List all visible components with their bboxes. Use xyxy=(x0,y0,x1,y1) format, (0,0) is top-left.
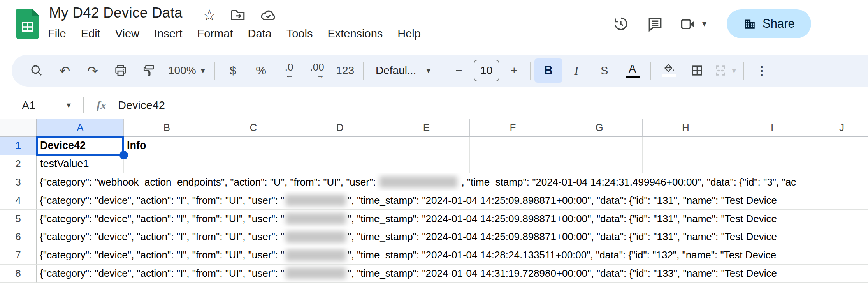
cell-a1-selected[interactable]: Device42 xyxy=(37,137,124,155)
decrease-decimal-button[interactable]: .0 ← xyxy=(275,58,303,83)
cell-f2[interactable] xyxy=(470,155,556,173)
menu-help[interactable]: Help xyxy=(390,24,428,43)
redacted-user-value xyxy=(286,195,346,206)
row-header-7[interactable]: 7 xyxy=(0,246,37,265)
cell-a4-overflow[interactable]: {"category": "device", "action": "I", "f… xyxy=(37,191,868,210)
cell-c1[interactable] xyxy=(210,137,297,155)
cell-d2[interactable] xyxy=(297,155,383,173)
decrease-decimal-icon: .0 ← xyxy=(285,62,293,79)
cell-b2[interactable] xyxy=(124,155,210,173)
cell-a6-overflow[interactable]: {"category": "device", "action": "I", "f… xyxy=(37,228,868,246)
column-header-b[interactable]: B xyxy=(124,119,210,137)
column-header-c[interactable]: C xyxy=(210,119,297,137)
cell-d1[interactable] xyxy=(297,137,383,155)
cell-g2[interactable] xyxy=(556,155,643,173)
cell-h1[interactable] xyxy=(643,137,729,155)
cell-j2[interactable] xyxy=(815,155,868,173)
column-header-g[interactable]: G xyxy=(556,119,643,137)
cell-g1[interactable] xyxy=(556,137,643,155)
row-header-2[interactable]: 2 xyxy=(0,155,37,173)
column-header-j[interactable]: J xyxy=(815,119,868,137)
row-header-8[interactable]: 8 xyxy=(0,265,37,283)
menu-extensions[interactable]: Extensions xyxy=(320,24,390,43)
borders-button[interactable] xyxy=(683,58,711,83)
version-history-icon[interactable] xyxy=(607,10,634,37)
cloud-saved-icon[interactable] xyxy=(259,7,277,23)
row-header-4[interactable]: 4 xyxy=(0,191,37,210)
zoom-select[interactable]: 100% ▾ xyxy=(163,58,211,83)
video-camera-icon[interactable] xyxy=(679,15,697,32)
menu-insert[interactable]: Insert xyxy=(147,24,190,43)
more-toolbar-options-button[interactable]: ⋮ xyxy=(748,58,776,83)
active-cell-reference: A1 xyxy=(22,99,35,112)
format-currency-button[interactable]: $ xyxy=(219,58,247,83)
share-button[interactable]: Share xyxy=(727,9,811,38)
bold-button-active[interactable]: B xyxy=(534,58,562,83)
italic-button[interactable]: I xyxy=(562,58,590,83)
cell-b1[interactable]: Info xyxy=(124,137,210,155)
undo-icon[interactable]: ↶ xyxy=(51,58,79,83)
menu-data[interactable]: Data xyxy=(240,24,279,43)
merge-caret-icon: ▾ xyxy=(732,66,736,75)
cell-a3-overflow[interactable]: {"category": "webhook_action_endpoints",… xyxy=(37,173,868,192)
redo-icon[interactable]: ↷ xyxy=(79,58,107,83)
font-size-input[interactable]: 10 xyxy=(474,60,499,81)
formula-input[interactable]: Device42 xyxy=(118,99,165,112)
document-title[interactable]: My D42 Device Data xyxy=(49,5,183,21)
toolbar-divider xyxy=(650,62,651,80)
cell-h2[interactable] xyxy=(643,155,729,173)
paint-format-icon[interactable] xyxy=(135,58,163,83)
column-header-h[interactable]: H xyxy=(643,119,729,137)
toolbar-divider xyxy=(214,62,215,80)
fill-color-button[interactable] xyxy=(655,58,683,83)
text-color-button[interactable]: A xyxy=(618,58,647,83)
star-icon[interactable]: ☆ xyxy=(202,7,216,23)
comments-icon[interactable] xyxy=(641,10,669,37)
column-header-a[interactable]: A xyxy=(37,119,124,137)
search-icon[interactable] xyxy=(23,58,51,83)
menu-file[interactable]: File xyxy=(40,24,74,43)
table-row: 2 testValue1 xyxy=(0,155,868,173)
table-row: 1 Device42 Info xyxy=(0,137,868,155)
cell-a7-overflow[interactable]: {"category": "device", "action": "I", "f… xyxy=(37,246,868,265)
cell-a2[interactable]: testValue1 xyxy=(37,155,124,173)
column-header-f[interactable]: F xyxy=(470,119,556,137)
increase-decimal-button[interactable]: .00 → xyxy=(303,58,331,83)
menu-view[interactable]: View xyxy=(108,24,147,43)
name-box[interactable]: A1 ▾ xyxy=(0,99,76,112)
merge-cells-button[interactable]: ▾ xyxy=(711,58,739,83)
strikethrough-button[interactable]: S xyxy=(590,58,618,83)
increase-font-size-button[interactable]: + xyxy=(503,58,526,83)
fill-handle[interactable] xyxy=(119,151,128,159)
meet-dropdown-caret-icon[interactable]: ▾ xyxy=(702,19,706,28)
cell-e2[interactable] xyxy=(383,155,470,173)
more-formats-button[interactable]: 123 xyxy=(331,58,359,83)
fill-color-swatch xyxy=(662,74,676,77)
cell-j1[interactable] xyxy=(815,137,868,155)
menu-edit[interactable]: Edit xyxy=(74,24,108,43)
decrease-font-size-button[interactable]: − xyxy=(447,58,471,83)
menu-format[interactable]: Format xyxy=(190,24,241,43)
sheets-logo-icon[interactable] xyxy=(16,9,39,39)
column-header-e[interactable]: E xyxy=(383,119,470,137)
cell-f1[interactable] xyxy=(470,137,556,155)
move-folder-icon[interactable] xyxy=(230,7,246,23)
format-percent-button[interactable]: % xyxy=(247,58,275,83)
row-header-3[interactable]: 3 xyxy=(0,173,37,192)
cell-a5-overflow[interactable]: {"category": "device", "action": "I", "f… xyxy=(37,210,868,228)
row-header-5[interactable]: 5 xyxy=(0,210,37,228)
row-header-6[interactable]: 6 xyxy=(0,228,37,246)
cell-c2[interactable] xyxy=(210,155,297,173)
row-header-1[interactable]: 1 xyxy=(0,137,37,155)
menu-tools[interactable]: Tools xyxy=(279,24,320,43)
cell-i2[interactable] xyxy=(729,155,815,173)
print-icon[interactable] xyxy=(107,58,135,83)
cell-i1[interactable] xyxy=(729,137,815,155)
select-all-corner[interactable] xyxy=(0,119,37,137)
cell-a8-overflow[interactable]: {"category": "device", "action": "I", "f… xyxy=(37,265,868,283)
fx-icon: fx xyxy=(97,99,106,112)
cell-e1[interactable] xyxy=(383,137,470,155)
column-header-i[interactable]: I xyxy=(729,119,815,137)
font-family-select[interactable]: Defaul... ▾ xyxy=(368,58,439,83)
column-header-d[interactable]: D xyxy=(297,119,383,137)
